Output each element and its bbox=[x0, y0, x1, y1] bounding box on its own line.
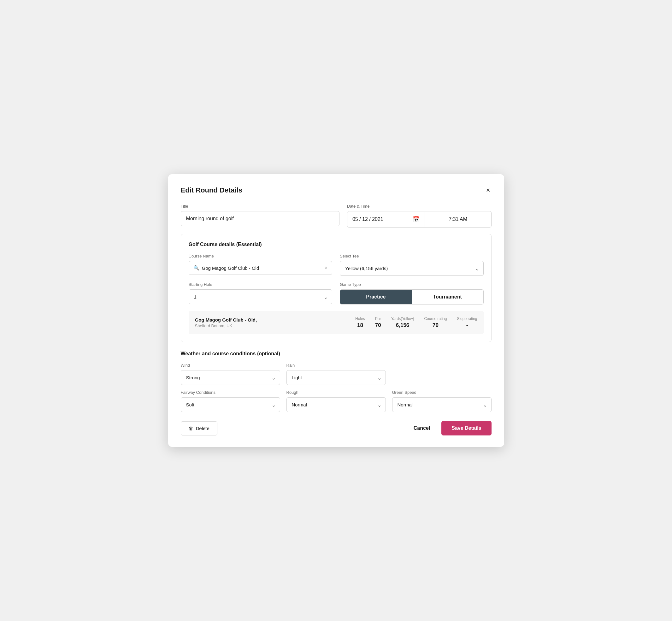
hole-gametype-row: Starting Hole 1234 5678 910 ⌄ Game Type … bbox=[189, 282, 484, 304]
course-info-name: Gog Magog Golf Club - Old, bbox=[195, 317, 345, 323]
practice-button[interactable]: Practice bbox=[340, 290, 412, 304]
green-speed-dropdown[interactable]: SlowNormalFastVery Fast bbox=[392, 397, 492, 412]
par-value: 70 bbox=[375, 322, 381, 329]
title-datetime-row: Title Date & Time 05 / 12 / 2021 📅 7:31 … bbox=[181, 204, 492, 227]
select-tee-wrap: Yellow (6,156 yards) White Red Blue ⌄ bbox=[340, 261, 484, 276]
starting-hole-wrap: 1234 5678 910 ⌄ bbox=[189, 289, 333, 304]
yards-value: 6,156 bbox=[396, 322, 410, 329]
starting-hole-dropdown[interactable]: 1234 5678 910 bbox=[189, 289, 333, 304]
rain-dropdown[interactable]: NoneLightModerateHeavy bbox=[287, 370, 386, 385]
select-tee-group: Select Tee Yellow (6,156 yards) White Re… bbox=[340, 254, 484, 276]
course-rating-value: 70 bbox=[432, 322, 438, 329]
rough-label: Rough bbox=[287, 390, 386, 395]
golf-course-section-title: Golf Course details (Essential) bbox=[189, 242, 484, 247]
date-time-field: 05 / 12 / 2021 📅 7:31 AM bbox=[347, 211, 492, 227]
close-button[interactable]: × bbox=[485, 185, 492, 195]
title-input[interactable] bbox=[181, 211, 339, 226]
rough-dropdown[interactable]: ShortNormalLongVery Long bbox=[287, 397, 386, 412]
course-info-location: Shelford Bottom, UK bbox=[195, 323, 345, 328]
rough-select-wrap: ShortNormalLongVery Long ⌄ bbox=[287, 397, 386, 412]
rain-group: Rain NoneLightModerateHeavy ⌄ bbox=[287, 363, 386, 385]
game-type-toggle: Practice Tournament bbox=[340, 289, 484, 304]
golf-course-section: Golf Course details (Essential) Course N… bbox=[181, 234, 492, 342]
fairway-rough-green-row: Fairway Conditions SoftNormalHardVery Ha… bbox=[181, 390, 492, 412]
course-info-name-wrap: Gog Magog Golf Club - Old, Shelford Bott… bbox=[195, 317, 345, 328]
modal-title: Edit Round Details bbox=[181, 186, 243, 194]
select-tee-label: Select Tee bbox=[340, 254, 484, 258]
course-rating-stat: Course rating 70 bbox=[424, 317, 447, 329]
weather-section-title: Weather and course conditions (optional) bbox=[181, 351, 492, 357]
datetime-label: Date & Time bbox=[347, 204, 492, 209]
course-name-clear-button[interactable]: × bbox=[325, 265, 328, 271]
footer-right: Cancel Save Details bbox=[411, 421, 492, 436]
slope-rating-value: - bbox=[466, 322, 468, 329]
fairway-group: Fairway Conditions SoftNormalHardVery Ha… bbox=[181, 390, 280, 412]
fairway-dropdown[interactable]: SoftNormalHardVery Hard bbox=[181, 397, 280, 412]
time-field[interactable]: 7:31 AM bbox=[425, 211, 491, 227]
delete-label: Delete bbox=[196, 426, 209, 431]
course-name-label: Course Name bbox=[189, 254, 333, 258]
wind-select-wrap: NoneLightModerateStrongVery Strong ⌄ bbox=[181, 370, 280, 385]
course-name-search-wrap: 🔍 × bbox=[189, 261, 333, 275]
delete-button[interactable]: 🗑 Delete bbox=[181, 421, 217, 436]
green-speed-label: Green Speed bbox=[392, 390, 492, 395]
datetime-group: Date & Time 05 / 12 / 2021 📅 7:31 AM bbox=[347, 204, 492, 227]
wind-dropdown[interactable]: NoneLightModerateStrongVery Strong bbox=[181, 370, 280, 385]
rain-label: Rain bbox=[287, 363, 386, 368]
weather-section: Weather and course conditions (optional)… bbox=[181, 351, 492, 412]
green-speed-select-wrap: SlowNormalFastVery Fast ⌄ bbox=[392, 397, 492, 412]
par-stat: Par 70 bbox=[375, 317, 381, 329]
yards-stat: Yards(Yellow) 6,156 bbox=[391, 317, 414, 329]
course-tee-row: Course Name 🔍 × Select Tee Yellow (6,156… bbox=[189, 254, 484, 276]
select-tee-dropdown[interactable]: Yellow (6,156 yards) White Red Blue bbox=[340, 261, 484, 276]
game-type-group: Game Type Practice Tournament bbox=[340, 282, 484, 304]
cancel-button[interactable]: Cancel bbox=[411, 421, 432, 435]
holes-stat: Holes 18 bbox=[355, 317, 365, 329]
calendar-icon: 📅 bbox=[413, 216, 420, 223]
green-speed-group: Green Speed SlowNormalFastVery Fast ⌄ bbox=[392, 390, 492, 412]
tournament-button[interactable]: Tournament bbox=[412, 290, 483, 304]
title-group: Title bbox=[181, 204, 339, 227]
date-field[interactable]: 05 / 12 / 2021 📅 bbox=[347, 211, 425, 227]
course-rating-label: Course rating bbox=[424, 317, 447, 321]
wind-label: Wind bbox=[181, 363, 280, 368]
course-name-group: Course Name 🔍 × bbox=[189, 254, 333, 276]
date-value: 05 / 12 / 2021 bbox=[352, 216, 410, 222]
fairway-select-wrap: SoftNormalHardVery Hard ⌄ bbox=[181, 397, 280, 412]
course-name-input[interactable] bbox=[202, 265, 322, 271]
trash-icon: 🗑 bbox=[189, 426, 194, 431]
save-button[interactable]: Save Details bbox=[442, 421, 491, 436]
modal-header: Edit Round Details × bbox=[181, 185, 492, 195]
rain-select-wrap: NoneLightModerateHeavy ⌄ bbox=[287, 370, 386, 385]
search-icon: 🔍 bbox=[194, 265, 199, 271]
title-label: Title bbox=[181, 204, 339, 209]
slope-rating-label: Slope rating bbox=[457, 317, 477, 321]
holes-label: Holes bbox=[355, 317, 365, 321]
par-label: Par bbox=[375, 317, 381, 321]
edit-round-modal: Edit Round Details × Title Date & Time 0… bbox=[168, 174, 504, 447]
time-value: 7:31 AM bbox=[449, 216, 467, 222]
slope-rating-stat: Slope rating - bbox=[457, 317, 477, 329]
wind-group: Wind NoneLightModerateStrongVery Strong … bbox=[181, 363, 280, 385]
rough-group: Rough ShortNormalLongVery Long ⌄ bbox=[287, 390, 386, 412]
fairway-label: Fairway Conditions bbox=[181, 390, 280, 395]
holes-value: 18 bbox=[357, 322, 363, 329]
starting-hole-group: Starting Hole 1234 5678 910 ⌄ bbox=[189, 282, 333, 304]
game-type-label: Game Type bbox=[340, 282, 484, 287]
starting-hole-label: Starting Hole bbox=[189, 282, 333, 287]
course-info-box: Gog Magog Golf Club - Old, Shelford Bott… bbox=[189, 311, 484, 334]
wind-rain-row: Wind NoneLightModerateStrongVery Strong … bbox=[181, 363, 492, 385]
footer-row: 🗑 Delete Cancel Save Details bbox=[181, 421, 492, 436]
yards-label: Yards(Yellow) bbox=[391, 317, 414, 321]
